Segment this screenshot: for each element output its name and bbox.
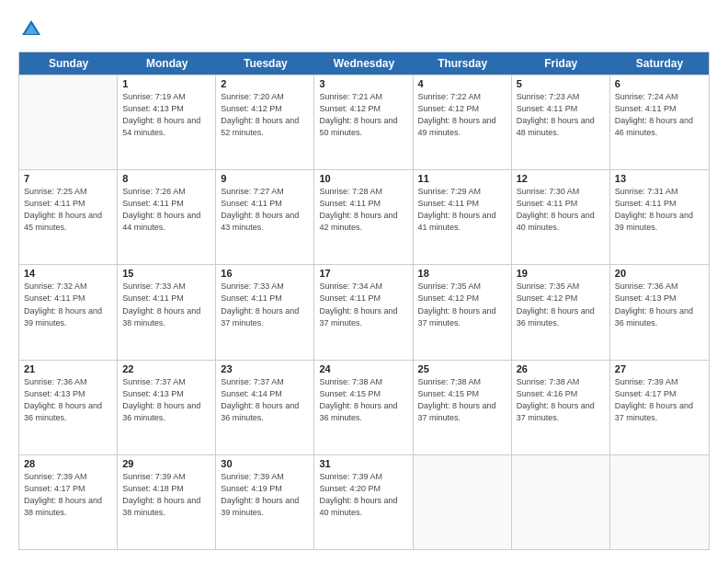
calendar-cell-empty <box>610 455 709 549</box>
calendar-cell-day-19: 19Sunrise: 7:35 AM Sunset: 4:12 PM Dayli… <box>512 265 610 359</box>
day-number: 21 <box>24 363 112 374</box>
calendar-row-0: 1Sunrise: 7:19 AM Sunset: 4:13 PM Daylig… <box>19 75 709 169</box>
day-number: 24 <box>319 363 407 374</box>
day-info: Sunrise: 7:33 AM Sunset: 4:11 PM Dayligh… <box>221 281 309 328</box>
day-number: 9 <box>221 173 309 184</box>
calendar-cell-day-2: 2Sunrise: 7:20 AM Sunset: 4:12 PM Daylig… <box>216 75 314 169</box>
calendar-cell-day-25: 25Sunrise: 7:38 AM Sunset: 4:15 PM Dayli… <box>414 361 512 454</box>
day-info: Sunrise: 7:34 AM Sunset: 4:11 PM Dayligh… <box>319 281 407 328</box>
day-info: Sunrise: 7:30 AM Sunset: 4:11 PM Dayligh… <box>517 186 605 234</box>
day-number: 16 <box>221 268 309 279</box>
calendar-cell-day-18: 18Sunrise: 7:35 AM Sunset: 4:12 PM Dayli… <box>414 265 512 359</box>
day-info: Sunrise: 7:39 AM Sunset: 4:20 PM Dayligh… <box>319 471 407 519</box>
day-number: 13 <box>615 173 704 184</box>
header-day-thursday: Thursday <box>414 52 512 75</box>
calendar-cell-day-12: 12Sunrise: 7:30 AM Sunset: 4:11 PM Dayli… <box>512 170 610 264</box>
day-info: Sunrise: 7:27 AM Sunset: 4:11 PM Dayligh… <box>221 186 309 234</box>
day-info: Sunrise: 7:38 AM Sunset: 4:15 PM Dayligh… <box>418 376 506 424</box>
calendar-cell-day-27: 27Sunrise: 7:39 AM Sunset: 4:17 PM Dayli… <box>610 361 709 454</box>
header-day-wednesday: Wednesday <box>314 52 413 75</box>
calendar-cell-day-10: 10Sunrise: 7:28 AM Sunset: 4:11 PM Dayli… <box>314 170 413 264</box>
day-number: 4 <box>418 78 506 89</box>
calendar-cell-day-20: 20Sunrise: 7:36 AM Sunset: 4:13 PM Dayli… <box>610 265 709 359</box>
calendar-cell-day-5: 5Sunrise: 7:23 AM Sunset: 4:11 PM Daylig… <box>512 75 610 169</box>
day-number: 8 <box>122 173 210 184</box>
day-info: Sunrise: 7:24 AM Sunset: 4:11 PM Dayligh… <box>615 91 704 139</box>
calendar-cell-day-17: 17Sunrise: 7:34 AM Sunset: 4:11 PM Dayli… <box>314 265 413 359</box>
day-number: 6 <box>615 78 704 89</box>
day-info: Sunrise: 7:32 AM Sunset: 4:11 PM Dayligh… <box>24 281 112 328</box>
calendar-cell-empty <box>512 455 610 549</box>
calendar-header: SundayMondayTuesdayWednesdayThursdayFrid… <box>19 52 709 75</box>
logo-icon <box>18 17 44 42</box>
day-number: 28 <box>24 458 112 469</box>
header-day-sunday: Sunday <box>19 52 118 75</box>
day-number: 12 <box>517 173 605 184</box>
day-number: 10 <box>319 173 407 184</box>
day-info: Sunrise: 7:23 AM Sunset: 4:11 PM Dayligh… <box>517 91 605 139</box>
day-info: Sunrise: 7:38 AM Sunset: 4:15 PM Dayligh… <box>319 376 407 424</box>
calendar-cell-day-21: 21Sunrise: 7:36 AM Sunset: 4:13 PM Dayli… <box>19 361 118 454</box>
calendar-cell-day-14: 14Sunrise: 7:32 AM Sunset: 4:11 PM Dayli… <box>19 265 118 359</box>
day-number: 17 <box>319 268 407 279</box>
day-number: 15 <box>122 268 210 279</box>
calendar-row-1: 7Sunrise: 7:25 AM Sunset: 4:11 PM Daylig… <box>19 169 709 264</box>
calendar-cell-day-8: 8Sunrise: 7:26 AM Sunset: 4:11 PM Daylig… <box>118 170 216 264</box>
calendar-row-4: 28Sunrise: 7:39 AM Sunset: 4:17 PM Dayli… <box>19 454 709 549</box>
day-info: Sunrise: 7:36 AM Sunset: 4:13 PM Dayligh… <box>24 376 112 424</box>
day-number: 29 <box>122 458 210 469</box>
calendar-row-3: 21Sunrise: 7:36 AM Sunset: 4:13 PM Dayli… <box>19 360 709 454</box>
day-number: 2 <box>221 78 309 89</box>
day-number: 14 <box>24 268 112 279</box>
day-number: 26 <box>517 363 605 374</box>
day-number: 5 <box>517 78 605 89</box>
calendar-cell-day-28: 28Sunrise: 7:39 AM Sunset: 4:17 PM Dayli… <box>19 455 118 549</box>
day-number: 22 <box>122 363 210 374</box>
calendar-cell-day-9: 9Sunrise: 7:27 AM Sunset: 4:11 PM Daylig… <box>216 170 314 264</box>
calendar-cell-day-11: 11Sunrise: 7:29 AM Sunset: 4:11 PM Dayli… <box>414 170 512 264</box>
day-info: Sunrise: 7:35 AM Sunset: 4:12 PM Dayligh… <box>517 281 605 328</box>
day-info: Sunrise: 7:39 AM Sunset: 4:18 PM Dayligh… <box>122 471 210 519</box>
day-number: 1 <box>122 78 210 89</box>
calendar-cell-day-24: 24Sunrise: 7:38 AM Sunset: 4:15 PM Dayli… <box>314 361 413 454</box>
day-number: 3 <box>319 78 407 89</box>
day-info: Sunrise: 7:19 AM Sunset: 4:13 PM Dayligh… <box>122 91 210 139</box>
day-number: 30 <box>221 458 309 469</box>
page: SundayMondayTuesdayWednesdayThursdayFrid… <box>0 0 728 563</box>
day-number: 27 <box>615 363 704 374</box>
calendar-cell-day-15: 15Sunrise: 7:33 AM Sunset: 4:11 PM Dayli… <box>118 265 216 359</box>
header-day-saturday: Saturday <box>610 52 709 75</box>
day-info: Sunrise: 7:38 AM Sunset: 4:16 PM Dayligh… <box>517 376 605 424</box>
day-info: Sunrise: 7:39 AM Sunset: 4:19 PM Dayligh… <box>221 471 309 519</box>
day-info: Sunrise: 7:21 AM Sunset: 4:12 PM Dayligh… <box>319 91 407 139</box>
calendar: SundayMondayTuesdayWednesdayThursdayFrid… <box>18 52 710 550</box>
day-number: 23 <box>221 363 309 374</box>
day-number: 20 <box>615 268 704 279</box>
calendar-cell-day-22: 22Sunrise: 7:37 AM Sunset: 4:13 PM Dayli… <box>118 361 216 454</box>
day-info: Sunrise: 7:36 AM Sunset: 4:13 PM Dayligh… <box>615 281 704 328</box>
calendar-row-2: 14Sunrise: 7:32 AM Sunset: 4:11 PM Dayli… <box>19 264 709 359</box>
day-info: Sunrise: 7:26 AM Sunset: 4:11 PM Dayligh… <box>122 186 210 234</box>
calendar-cell-day-13: 13Sunrise: 7:31 AM Sunset: 4:11 PM Dayli… <box>610 170 709 264</box>
calendar-cell-day-1: 1Sunrise: 7:19 AM Sunset: 4:13 PM Daylig… <box>118 75 216 169</box>
day-number: 7 <box>24 173 112 184</box>
day-info: Sunrise: 7:31 AM Sunset: 4:11 PM Dayligh… <box>615 186 704 234</box>
logo <box>18 17 48 42</box>
day-number: 25 <box>418 363 506 374</box>
day-info: Sunrise: 7:37 AM Sunset: 4:14 PM Dayligh… <box>221 376 309 424</box>
day-number: 11 <box>418 173 506 184</box>
calendar-cell-day-29: 29Sunrise: 7:39 AM Sunset: 4:18 PM Dayli… <box>118 455 216 549</box>
day-info: Sunrise: 7:28 AM Sunset: 4:11 PM Dayligh… <box>319 186 407 234</box>
day-info: Sunrise: 7:25 AM Sunset: 4:11 PM Dayligh… <box>24 186 112 234</box>
day-info: Sunrise: 7:39 AM Sunset: 4:17 PM Dayligh… <box>615 376 704 424</box>
header-day-monday: Monday <box>118 52 216 75</box>
calendar-cell-day-4: 4Sunrise: 7:22 AM Sunset: 4:12 PM Daylig… <box>414 75 512 169</box>
day-info: Sunrise: 7:22 AM Sunset: 4:12 PM Dayligh… <box>418 91 506 139</box>
day-info: Sunrise: 7:37 AM Sunset: 4:13 PM Dayligh… <box>122 376 210 424</box>
header-day-tuesday: Tuesday <box>216 52 314 75</box>
header <box>18 17 710 42</box>
calendar-cell-day-26: 26Sunrise: 7:38 AM Sunset: 4:16 PM Dayli… <box>512 361 610 454</box>
calendar-cell-day-6: 6Sunrise: 7:24 AM Sunset: 4:11 PM Daylig… <box>610 75 709 169</box>
calendar-cell-day-3: 3Sunrise: 7:21 AM Sunset: 4:12 PM Daylig… <box>314 75 413 169</box>
calendar-body: 1Sunrise: 7:19 AM Sunset: 4:13 PM Daylig… <box>19 75 709 549</box>
